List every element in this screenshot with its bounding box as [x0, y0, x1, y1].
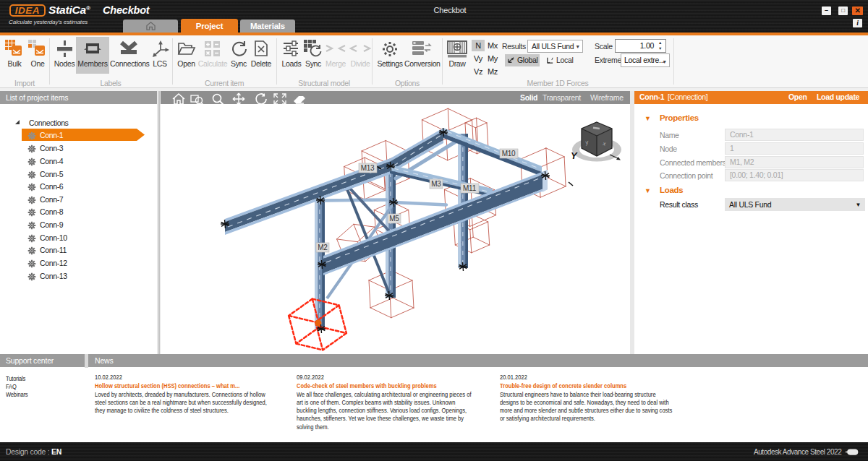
svg-text:M10: M10 — [502, 150, 516, 158]
svg-text:M3: M3 — [431, 180, 441, 188]
svg-text:M13: M13 — [361, 164, 375, 172]
svg-text:M2: M2 — [318, 244, 328, 251]
svg-text:M11: M11 — [463, 184, 477, 192]
svg-text:M5: M5 — [389, 215, 399, 223]
